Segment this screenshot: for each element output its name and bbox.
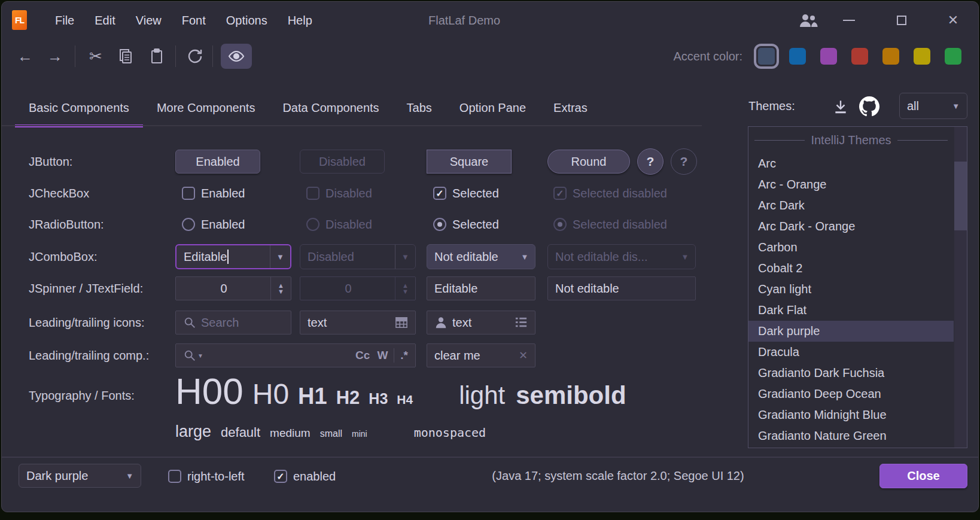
round-button[interactable]: Round — [547, 150, 630, 174]
combobox-editable-value[interactable]: Editable — [176, 250, 227, 264]
spinner[interactable]: 0 ▲ ▼ — [175, 276, 291, 300]
theme-selector-combobox[interactable]: Dark purple ▼ — [19, 464, 141, 488]
theme-item-gradianto-nature-green[interactable]: Gradianto Nature Green — [748, 425, 954, 446]
theme-item-cobalt-2[interactable]: Cobalt 2 — [748, 258, 954, 279]
accent-swatch-yellow[interactable] — [914, 48, 930, 65]
tab-extras[interactable]: Extras — [540, 90, 601, 125]
clear-icon[interactable]: ✕ — [519, 349, 528, 362]
copy-button[interactable] — [113, 39, 138, 74]
disabled-button: Disabled — [300, 150, 385, 174]
tab-data-components[interactable]: Data Components — [269, 90, 392, 125]
tab-basic-components[interactable]: Basic Components — [15, 90, 143, 125]
refresh-button[interactable] — [182, 39, 208, 74]
github-button[interactable] — [857, 95, 881, 118]
combobox-not-editable[interactable]: Not editable ▼ — [427, 244, 535, 269]
text-field-user-list[interactable]: text — [427, 311, 535, 334]
users-button[interactable] — [795, 2, 821, 39]
theme-item-arc[interactable]: Arc — [748, 153, 954, 174]
theme-item-dark-purple[interactable]: Dark purple — [748, 321, 954, 342]
regex-toggle[interactable]: .* — [400, 349, 408, 362]
close-button[interactable]: Close — [879, 464, 967, 488]
tab-option-pane[interactable]: Option Pane — [446, 90, 540, 125]
tab-more-components[interactable]: More Components — [143, 90, 269, 125]
spinner-buttons[interactable]: ▲ ▼ — [270, 277, 291, 300]
rtl-checkbox-label[interactable]: right-to-left — [187, 470, 245, 483]
square-button[interactable]: Square — [427, 150, 512, 174]
rtl-checkbox[interactable] — [168, 470, 181, 483]
textfield-editable[interactable]: Editable — [427, 276, 535, 300]
menu-help[interactable]: Help — [278, 14, 322, 28]
menu-font[interactable]: Font — [172, 14, 216, 28]
theme-item-cyan-light[interactable]: Cyan light — [748, 279, 954, 300]
checkbox-selected-label[interactable]: Selected — [452, 187, 499, 200]
accent-swatch-blue[interactable] — [789, 48, 806, 65]
radio-enabled-label[interactable]: Enabled — [201, 218, 245, 232]
checkbox-enabled[interactable] — [182, 187, 195, 200]
text-field-value[interactable]: text — [308, 316, 327, 330]
checkbox-enabled-label[interactable]: Enabled — [201, 187, 245, 200]
paste-button[interactable] — [144, 39, 169, 74]
accent-swatch-green[interactable] — [945, 48, 961, 65]
whole-word-toggle[interactable]: W — [377, 349, 388, 362]
menu-edit[interactable]: Edit — [84, 14, 125, 28]
radio-selected[interactable] — [433, 218, 446, 231]
enabled-button[interactable]: Enabled — [175, 150, 260, 174]
close-icon: ✕ — [948, 13, 958, 28]
leading-trailing-icons-row-label: Leading/trailing icons: — [29, 316, 144, 330]
close-window-button[interactable]: ✕ — [940, 2, 966, 39]
search-field[interactable]: Search — [175, 311, 291, 334]
combobox-editable[interactable]: Editable ▼ — [175, 244, 291, 269]
maximize-button[interactable] — [888, 2, 915, 39]
back-button[interactable]: ← — [13, 39, 38, 74]
theme-item-dracula[interactable]: Dracula — [748, 342, 954, 363]
field-separator — [394, 348, 394, 363]
radio-selected-label[interactable]: Selected — [452, 218, 499, 232]
help-button-outline[interactable]: ? — [671, 148, 697, 175]
theme-item-gradianto-dark-fuchsia[interactable]: Gradianto Dark Fuchsia — [748, 363, 954, 384]
theme-item-arc-dark[interactable]: Arc Dark — [748, 195, 954, 216]
themes-scrollbar-thumb[interactable] — [954, 162, 967, 230]
text-field-table-icon[interactable]: text — [300, 311, 416, 334]
themes-group-header: IntelliJ Themes — [748, 132, 954, 148]
menu-file[interactable]: File — [45, 14, 84, 28]
search-icon[interactable] — [183, 349, 196, 362]
theme-item-dark-flat[interactable]: Dark Flat — [748, 300, 954, 321]
enabled-checkbox[interactable]: ✓ — [274, 470, 287, 483]
theme-item-arc-orange[interactable]: Arc - Orange — [748, 174, 954, 195]
text-field-value[interactable]: text — [452, 316, 471, 330]
theme-item-gradianto-deep-ocean[interactable]: Gradianto Deep Ocean — [748, 384, 954, 405]
enabled-checkbox-label[interactable]: enabled — [293, 470, 336, 483]
forward-button[interactable]: → — [42, 39, 68, 74]
accent-swatch-red[interactable] — [851, 48, 868, 65]
checkbox-selected[interactable]: ✓ — [433, 187, 446, 200]
accent-swatch-purple[interactable] — [820, 48, 837, 65]
textfield-editable-value[interactable]: Editable — [434, 282, 477, 296]
themes-filter-combobox[interactable]: all ▼ — [899, 93, 967, 119]
accent-swatch-orange[interactable] — [882, 48, 899, 65]
clearable-field-value[interactable]: clear me — [434, 349, 480, 363]
cut-button[interactable]: ✂ — [83, 39, 108, 74]
search-field-with-options[interactable]: ▼ Cc W .* — [175, 343, 416, 367]
minimize-button[interactable] — [836, 2, 862, 39]
theme-item-carbon[interactable]: Carbon — [748, 237, 954, 258]
help-button[interactable]: ? — [637, 148, 664, 175]
themes-scrollbar-track[interactable] — [954, 127, 967, 448]
menu-options[interactable]: Options — [216, 14, 278, 28]
tab-tabs[interactable]: Tabs — [393, 90, 446, 125]
chevron-down-icon[interactable]: ▼ — [197, 352, 203, 359]
accent-swatch-default[interactable] — [758, 48, 775, 65]
spinner-value[interactable]: 0 — [220, 282, 233, 296]
table-icon[interactable] — [395, 317, 408, 329]
show-hidden-toggle[interactable] — [221, 44, 252, 69]
list-icon[interactable] — [515, 317, 528, 329]
theme-item-gradianto-midnight-blue[interactable]: Gradianto Midnight Blue — [748, 405, 954, 425]
spinner-down-icon[interactable]: ▼ — [278, 288, 284, 294]
theme-item-arc-dark-orange[interactable]: Arc Dark - Orange — [748, 216, 954, 237]
clearable-field[interactable]: clear me ✕ — [427, 343, 535, 367]
menu-view[interactable]: View — [126, 14, 172, 28]
textfield-not-editable-value: Not editable — [555, 282, 619, 296]
radio-enabled[interactable] — [182, 218, 195, 231]
download-themes-button[interactable] — [829, 96, 853, 117]
match-case-toggle[interactable]: Cc — [355, 349, 370, 362]
toolbar-separator — [212, 45, 213, 67]
